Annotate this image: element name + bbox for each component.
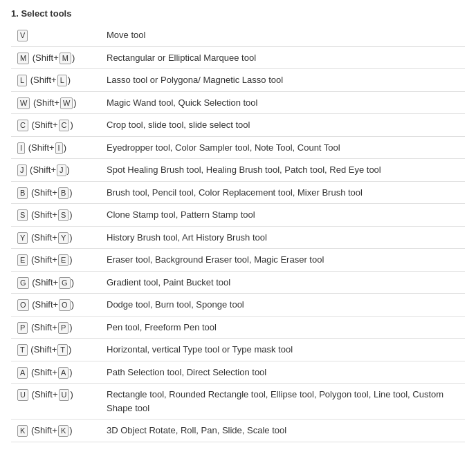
shortcut-key: P (Shift+P) <box>11 316 101 339</box>
section-title: 1. Select tools <box>11 8 465 19</box>
shortcut-description: Brush tool, Pencil tool, Color Replaceme… <box>101 181 465 204</box>
table-row: G (Shift+G)Gradient tool, Paint Bucket t… <box>11 271 465 294</box>
shortcut-description: Dodge tool, Burn tool, Sponge tool <box>101 294 465 317</box>
shortcuts-table: VMove toolM (Shift+M)Rectangular or Elli… <box>11 24 465 442</box>
shortcut-key: V <box>11 24 101 46</box>
shortcut-description: Gradient tool, Paint Bucket tool <box>101 271 465 294</box>
shortcut-key: E (Shift+E) <box>11 249 101 272</box>
table-row: Y (Shift+Y)History Brush tool, Art Histo… <box>11 226 465 249</box>
shortcut-description: Pen tool, Freeform Pen tool <box>101 316 465 339</box>
shortcut-description: Rectangle tool, Rounded Rectangle tool, … <box>101 384 465 420</box>
shortcut-key: J (Shift+J) <box>11 159 101 182</box>
table-row: P (Shift+P)Pen tool, Freeform Pen tool <box>11 316 465 339</box>
shortcut-description: Crop tool, slide tool, slide select tool <box>101 114 465 137</box>
shortcut-description: Move tool <box>101 24 465 46</box>
shortcut-key: K (Shift+K) <box>11 420 101 442</box>
table-row: A (Shift+A)Path Selection tool, Direct S… <box>11 361 465 384</box>
shortcut-key: M (Shift+M) <box>11 46 101 69</box>
shortcut-description: Magic Wand tool, Quick Selection tool <box>101 91 465 114</box>
table-row: O (Shift+O)Dodge tool, Burn tool, Sponge… <box>11 294 465 317</box>
shortcut-description: Path Selection tool, Direct Selection to… <box>101 361 465 384</box>
shortcut-key: I (Shift+I) <box>11 136 101 159</box>
main-container: 1. Select tools VMove toolM (Shift+M)Rec… <box>0 0 476 451</box>
table-row: J (Shift+J)Spot Healing Brush tool, Heal… <box>11 159 465 182</box>
table-row: T (Shift+T)Horizontal, vertical Type too… <box>11 339 465 361</box>
shortcut-key: O (Shift+O) <box>11 294 101 317</box>
shortcut-description: 3D Object Rotate, Roll, Pan, Slide, Scal… <box>101 420 465 442</box>
shortcut-key: Y (Shift+Y) <box>11 226 101 249</box>
table-row: C (Shift+C)Crop tool, slide tool, slide … <box>11 114 465 137</box>
table-row: VMove tool <box>11 24 465 46</box>
table-row: K (Shift+K)3D Object Rotate, Roll, Pan, … <box>11 420 465 442</box>
table-row: B (Shift+B)Brush tool, Pencil tool, Colo… <box>11 181 465 204</box>
table-row: W (Shift+W)Magic Wand tool, Quick Select… <box>11 91 465 114</box>
table-row: E (Shift+E)Eraser tool, Background Erase… <box>11 249 465 272</box>
shortcut-description: Rectangular or Elliptical Marquee tool <box>101 46 465 69</box>
table-row: M (Shift+M)Rectangular or Elliptical Mar… <box>11 46 465 69</box>
shortcut-description: Clone Stamp tool, Pattern Stamp tool <box>101 204 465 227</box>
table-row: L (Shift+L)Lasso tool or Polygona/ Magne… <box>11 69 465 92</box>
shortcut-description: Eraser tool, Background Eraser tool, Mag… <box>101 249 465 272</box>
shortcut-key: T (Shift+T) <box>11 339 101 361</box>
shortcut-key: A (Shift+A) <box>11 361 101 384</box>
shortcut-key: G (Shift+G) <box>11 271 101 294</box>
shortcut-description: Spot Healing Brush tool, Healing Brush t… <box>101 159 465 182</box>
table-row: I (Shift+I)Eyedropper tool, Color Sample… <box>11 136 465 159</box>
shortcut-key: L (Shift+L) <box>11 69 101 92</box>
shortcut-description: Horizontal, vertical Type tool or Type m… <box>101 339 465 361</box>
table-row: U (Shift+U)Rectangle tool, Rounded Recta… <box>11 384 465 420</box>
shortcut-key: B (Shift+B) <box>11 181 101 204</box>
table-row: S (Shift+S)Clone Stamp tool, Pattern Sta… <box>11 204 465 227</box>
shortcut-key: W (Shift+W) <box>11 91 101 114</box>
shortcut-description: Eyedropper tool, Color Sampler tool, Not… <box>101 136 465 159</box>
shortcut-key: U (Shift+U) <box>11 384 101 420</box>
shortcut-key: S (Shift+S) <box>11 204 101 227</box>
shortcut-key: C (Shift+C) <box>11 114 101 137</box>
shortcut-description: History Brush tool, Art History Brush to… <box>101 226 465 249</box>
shortcut-description: Lasso tool or Polygona/ Magnetic Lasso t… <box>101 69 465 92</box>
